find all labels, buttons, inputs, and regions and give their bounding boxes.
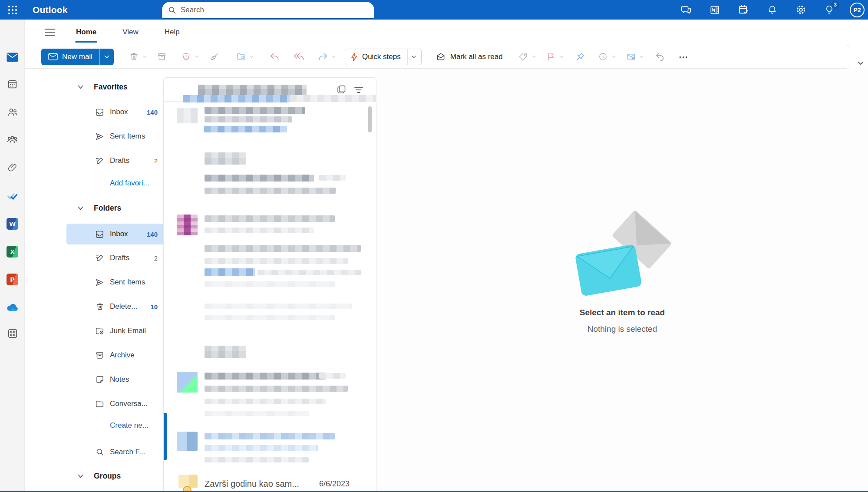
todo-check-icon [7, 191, 18, 201]
move-to-button[interactable] [234, 49, 248, 65]
sweep-button[interactable] [208, 49, 222, 65]
tab-home[interactable]: Home [74, 24, 98, 40]
forward-dropdown[interactable] [330, 49, 337, 65]
rules-button[interactable] [624, 49, 638, 65]
quick-steps-button[interactable]: Quick steps [345, 49, 422, 65]
folders-drafts[interactable]: Drafts 2 [66, 248, 169, 267]
categorize-button[interactable] [516, 49, 531, 65]
blurred-email-row[interactable] [164, 107, 376, 137]
folder-label: Junk Email [110, 327, 146, 335]
blurred-email-row[interactable] [164, 299, 376, 338]
folder-label: Search F... [110, 448, 145, 456]
account-avatar[interactable]: P2 [850, 3, 865, 17]
search-bar[interactable] [162, 2, 374, 18]
search-icon [168, 6, 176, 14]
rail-word-button[interactable]: W [3, 215, 21, 233]
junk-folder-icon [95, 327, 104, 336]
folders-inbox[interactable]: Inbox 140 [66, 224, 169, 244]
quick-steps-dropdown[interactable] [407, 49, 420, 65]
more-options-button[interactable]: ... [675, 50, 693, 63]
bell-icon [767, 4, 778, 15]
snooze-button[interactable] [596, 49, 611, 65]
rail-files-button[interactable] [3, 158, 21, 176]
categorize-dropdown[interactable] [531, 49, 538, 65]
chevron-down-icon [195, 55, 199, 58]
flag-dropdown[interactable] [558, 49, 565, 65]
email-row-visible[interactable]: Završi godinu kao sam... 6/6/2023 [164, 476, 376, 492]
folder-label: Sent Items [110, 132, 145, 141]
rail-groups-button[interactable] [3, 131, 21, 149]
message-list-scrollbar[interactable] [368, 106, 372, 132]
rail-people-button[interactable] [3, 103, 21, 121]
folder-pane-toggle-button[interactable] [41, 23, 59, 41]
divider [649, 50, 649, 63]
apps-grid-icon [7, 328, 18, 339]
folders-junk-email[interactable]: Junk Email [66, 321, 169, 340]
snooze-dropdown[interactable] [611, 49, 617, 65]
notes-icon [95, 375, 104, 384]
delete-button[interactable] [127, 49, 142, 65]
chevron-down-icon [78, 85, 83, 89]
new-mail-dropdown[interactable] [99, 49, 114, 65]
folders-archive[interactable]: Archive [66, 346, 169, 365]
groups-section-header[interactable]: Groups [78, 469, 121, 483]
rail-more-apps-button[interactable] [3, 324, 21, 342]
pin-button[interactable] [573, 49, 588, 65]
folders-conversation-history[interactable]: Conversa... [66, 394, 169, 413]
favorites-section-header[interactable]: Favorites [78, 80, 128, 94]
undo-button[interactable] [653, 49, 667, 65]
blurred-email-row[interactable] [164, 171, 376, 243]
notebook-feed-icon [709, 4, 720, 16]
blurred-date-separator [164, 152, 376, 166]
reply-button[interactable] [267, 49, 282, 65]
folders-sent-items[interactable]: Sent Items [66, 273, 169, 292]
tips-button[interactable]: 3 [821, 2, 838, 18]
chevron-down-icon [531, 55, 536, 58]
blurred-email-row[interactable] [164, 367, 376, 424]
favorites-inbox[interactable]: Inbox 140 [66, 102, 169, 122]
rail-calendar-button[interactable] [3, 75, 21, 93]
rail-mail-button[interactable] [3, 48, 21, 66]
archive-button[interactable] [155, 49, 169, 65]
mark-all-as-read-button[interactable]: Mark all as read [431, 49, 507, 65]
rail-powerpoint-button[interactable]: P [3, 271, 21, 288]
add-favorite-link[interactable]: Add favori... [110, 179, 149, 188]
rules-dropdown[interactable] [638, 49, 645, 65]
tab-view[interactable]: View [121, 24, 140, 40]
flag-button[interactable] [544, 49, 558, 65]
favorites-sent-items[interactable]: Sent Items [66, 127, 169, 146]
folders-search-folders[interactable]: Search F... [66, 442, 169, 462]
rail-todo-button[interactable] [3, 187, 21, 205]
rail-excel-button[interactable]: X [3, 243, 21, 261]
chevron-down-icon [639, 55, 644, 58]
forward-button[interactable] [316, 49, 330, 65]
notifications-button[interactable] [764, 2, 780, 18]
app-launcher-button[interactable] [0, 0, 25, 20]
report-button[interactable] [179, 49, 194, 65]
settings-button[interactable] [792, 2, 809, 18]
rail-onedrive-button[interactable] [3, 298, 21, 316]
search-icon [95, 448, 104, 457]
delete-dropdown[interactable] [142, 49, 149, 65]
blurred-email-row[interactable] [164, 245, 376, 291]
folders-notes[interactable]: Notes [66, 370, 169, 389]
filter-button[interactable] [352, 83, 365, 96]
select-messages-button[interactable] [334, 83, 347, 96]
ribbon-collapse-button[interactable] [855, 58, 867, 68]
reply-all-button[interactable] [291, 49, 306, 65]
chat-button[interactable] [678, 2, 694, 18]
favorites-drafts[interactable]: Drafts 2 [66, 151, 169, 170]
folders-section-header[interactable]: Folders [78, 201, 121, 215]
folders-deleted-items[interactable]: Delete... 10 [66, 297, 169, 316]
search-input[interactable] [181, 6, 368, 14]
tab-help[interactable]: Help [163, 24, 182, 40]
create-new-folder-link[interactable]: Create ne... [110, 421, 149, 430]
report-dropdown[interactable] [194, 49, 201, 65]
feed-button[interactable] [706, 2, 723, 18]
sent-icon [95, 132, 104, 141]
move-to-dropdown[interactable] [248, 49, 255, 65]
clock-icon [598, 52, 608, 62]
blurred-email-row[interactable] [164, 429, 376, 475]
my-day-button[interactable] [735, 2, 752, 18]
new-mail-button[interactable]: New mail [41, 49, 99, 65]
